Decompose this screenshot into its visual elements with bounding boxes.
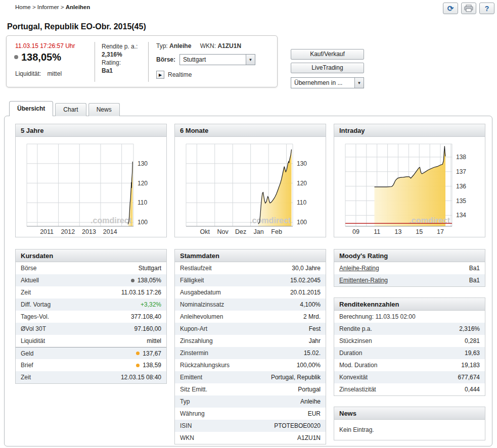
exchange-select-value: Stuttgart [180,56,246,63]
svg-text:2011: 2011 [40,228,54,235]
table-row: Duration19,63 [334,347,485,359]
refresh-button[interactable]: ⟳ [443,3,458,14]
stammdaten-table: Restlaufzeit30,0 JahreFälligkeit15.02.20… [175,262,326,444]
row-label: Stückzinsen [339,337,372,344]
row-label: Duration [339,350,362,357]
chevron-down-icon: ▼ [354,78,364,88]
rating-link[interactable]: Emittenten-Rating [339,277,388,284]
table-row: TypAnleihe [175,395,326,408]
quote-price: 138,05% [14,52,61,63]
table-row: Restlaufzeit30,0 Jahre [175,262,326,274]
panel-title: 6 Monate [175,124,326,137]
row-label: Zinszahlung [180,337,213,344]
help-icon: ? [485,5,489,13]
help-button[interactable]: ? [479,3,494,14]
svg-text:134: 134 [456,212,466,219]
realtime-label: Realtime [168,71,192,78]
news-empty-text: Kein Eintrag. [334,420,485,440]
table-row: Zeit12.03.15 08:40 [16,371,166,383]
realtime-play-button[interactable]: ▶ [156,71,164,79]
table-row: Zinselastizität0,444 [334,383,485,395]
buy-sell-button[interactable]: Kauf/Verkauf [291,49,364,60]
row-value: 12.03.15 08:40 [121,374,161,381]
panel-title: 5 Jahre [16,124,166,137]
table-row: ISINPTOTEBOE0020 [175,420,326,432]
svg-text:138: 138 [456,154,466,161]
svg-text:137: 137 [456,168,466,175]
table-row: Tages-Vol.377.108,40 [16,311,166,323]
svg-text:110: 110 [297,199,306,206]
svg-text:17: 17 [437,228,444,235]
print-button[interactable] [461,3,476,14]
wkn-value: A1ZU1N [217,42,241,49]
tab-chart[interactable]: Chart [55,103,86,116]
row-label: Rückzahlungskurs [180,362,230,369]
svg-text:120: 120 [138,180,148,187]
panel-title: Stammdaten [175,250,326,262]
row-label: Nominalzinssatz [180,301,224,308]
table-row: Nominalzinssatz4,100% [175,298,326,311]
row-label: Konvexität [339,374,368,381]
row-value: 377.108,40 [131,313,161,320]
breadcrumb-separator: > [31,4,37,10]
row-label: Diff. Vortag [21,301,51,308]
price-dot-icon [14,55,18,59]
panel-title: Intraday [334,124,485,137]
row-value: EUR [308,410,321,417]
table-row: BörseStuttgart [16,262,166,274]
table-row: Stückzinsen0,281 [334,335,485,347]
table-row: EmittentPortugal, Republik [175,371,326,383]
table-row: Zinstermin15.02. [175,347,326,359]
table-row: Zeit11.03.15 17:26 [16,286,166,298]
row-label: Zinselastizität [339,386,376,393]
table-row: Sitz Emitt.Portugal [175,383,326,395]
svg-text:13: 13 [395,228,402,235]
table-row: WKNA1ZU1N [175,432,326,444]
live-trading-button[interactable]: LiveTrading [291,63,364,73]
table-row: Brief138,59 [16,359,166,371]
intraday-chart: .comdirect1341351361371380911131517 [334,137,485,237]
row-value: Fest [309,325,321,332]
row-value: 677,674 [458,374,480,381]
apply-to-select-value: Übernehmen in ... [291,79,354,86]
tab--bersicht[interactable]: Übersicht [9,101,53,116]
row-value: 19,183 [461,362,480,369]
page-title: Portugal, Republik EO-Obr. 2015(45) [7,22,146,31]
row-value: 30,0 Jahre [292,265,321,272]
chart-panel-5-jahre: 5 Jahre .comdirect1001101201302011201220… [15,124,167,237]
row-label: Börse [21,265,36,272]
chart-panel-6-monate: 6 Monate .comdirect100110120130OktNovDez… [174,124,326,237]
row-label: Emittent [180,374,202,381]
row-label: ISIN [180,422,192,429]
row-label: Währung [180,410,205,417]
page: Home > Informer > Anleihen ⟳ ? Portugal,… [0,0,497,448]
row-label: Zeit [21,374,31,381]
row-value: 97.160,00 [134,325,161,332]
quote-box: 11.03.15 17:26:57 Uhr 138,05% Liquidität… [6,35,278,87]
svg-text:2014: 2014 [103,228,117,235]
row-value: 4,100% [300,301,321,308]
play-icon: ▶ [159,73,162,77]
breadcrumb-item-home[interactable]: Home [15,4,31,10]
row-value: 20.01.2015 [290,289,321,296]
exchange-select[interactable]: Stuttgart ▼ [179,54,255,65]
table-row: Anleihe-RatingBa1 [334,262,485,274]
gray-dot-icon [131,279,134,282]
apply-to-select[interactable]: Übernehmen in ... ▼ [291,77,364,88]
svg-text:15: 15 [416,228,423,235]
row-value: 138,59 [136,362,161,369]
svg-text:100: 100 [297,219,307,226]
breadcrumb-item-informer[interactable]: Informer [37,4,59,10]
row-label: Anleihevolumen [180,313,223,320]
breadcrumb: Home > Informer > Anleihen [15,4,90,10]
row-value: 2,316% [459,325,480,332]
svg-text:Feb: Feb [271,228,282,235]
rating-value: Ba1 [102,67,138,75]
rating-link[interactable]: Anleihe-Rating [339,265,379,272]
svg-text:Nov: Nov [217,228,229,235]
row-label: Berechnung: 11.03.15 02:00 [339,313,416,320]
moodys-table: Anleihe-RatingBa1Emittenten-RatingBa1 [334,262,485,286]
type-value: Anleihe [169,42,191,49]
row-value: PTOTEBOE0020 [274,422,321,429]
tab-news[interactable]: News [88,103,120,116]
